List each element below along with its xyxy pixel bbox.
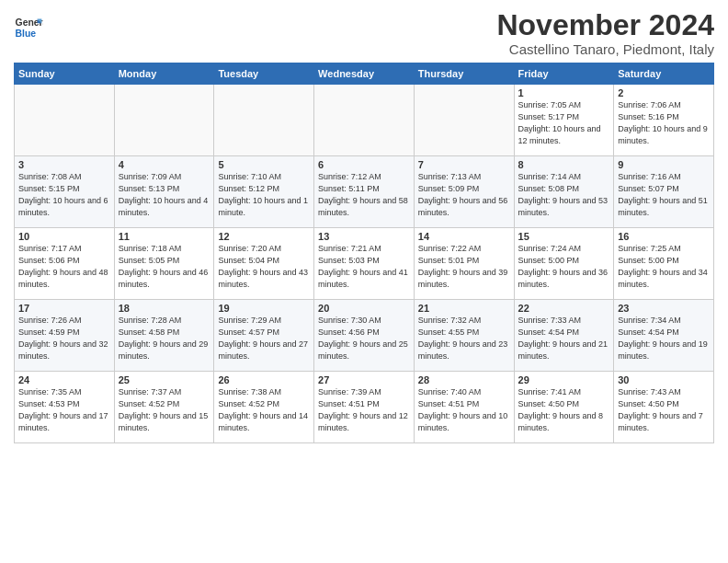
day-number: 13 [318,231,410,242]
day-number: 28 [418,374,510,385]
location-title: Castellino Tanaro, Piedmont, Italy [496,41,714,57]
day-info: Sunrise: 7:41 AM Sunset: 4:50 PM Dayligh… [518,386,610,434]
day-number: 19 [218,303,310,314]
title-block: November 2024 Castellino Tanaro, Piedmon… [496,9,714,57]
day-number: 10 [18,231,110,242]
day-info: Sunrise: 7:24 AM Sunset: 5:00 PM Dayligh… [518,243,610,291]
day-info: Sunrise: 7:16 AM Sunset: 5:07 PM Dayligh… [618,171,710,219]
table-row: 4Sunrise: 7:09 AM Sunset: 5:13 PM Daylig… [114,156,214,228]
table-row [314,85,415,156]
table-row: 20Sunrise: 7:30 AM Sunset: 4:56 PM Dayli… [314,300,415,372]
day-info: Sunrise: 7:13 AM Sunset: 5:09 PM Dayligh… [418,171,510,219]
day-number: 15 [518,231,610,242]
day-info: Sunrise: 7:34 AM Sunset: 4:54 PM Dayligh… [618,315,710,362]
table-row: 6Sunrise: 7:12 AM Sunset: 5:11 PM Daylig… [314,156,415,228]
calendar-week-row: 3Sunrise: 7:08 AM Sunset: 5:15 PM Daylig… [15,156,714,228]
table-row: 24Sunrise: 7:35 AM Sunset: 4:53 PM Dayli… [15,372,115,443]
day-info: Sunrise: 7:26 AM Sunset: 4:59 PM Dayligh… [18,315,110,362]
col-tuesday: Tuesday [214,63,314,85]
table-row: 11Sunrise: 7:18 AM Sunset: 5:05 PM Dayli… [114,228,214,300]
day-info: Sunrise: 7:14 AM Sunset: 5:08 PM Dayligh… [518,171,610,219]
day-info: Sunrise: 7:33 AM Sunset: 4:54 PM Dayligh… [518,315,610,362]
table-row: 3Sunrise: 7:08 AM Sunset: 5:15 PM Daylig… [15,156,115,228]
day-info: Sunrise: 7:28 AM Sunset: 4:58 PM Dayligh… [119,315,210,362]
day-number: 5 [218,159,310,170]
table-row: 16Sunrise: 7:25 AM Sunset: 5:00 PM Dayli… [614,228,714,300]
header: General Blue November 2024 Castellino Ta… [14,9,714,57]
day-info: Sunrise: 7:35 AM Sunset: 4:53 PM Dayligh… [18,386,110,434]
day-number: 16 [618,231,710,242]
day-info: Sunrise: 7:20 AM Sunset: 5:04 PM Dayligh… [218,243,310,291]
day-number: 26 [218,374,310,385]
table-row: 30Sunrise: 7:43 AM Sunset: 4:50 PM Dayli… [614,372,714,443]
day-number: 18 [119,303,210,314]
table-row: 23Sunrise: 7:34 AM Sunset: 4:54 PM Dayli… [614,300,714,372]
table-row: 9Sunrise: 7:16 AM Sunset: 5:07 PM Daylig… [614,156,714,228]
table-row: 27Sunrise: 7:39 AM Sunset: 4:51 PM Dayli… [314,372,415,443]
day-info: Sunrise: 7:39 AM Sunset: 4:51 PM Dayligh… [318,386,410,434]
table-row [15,85,115,156]
day-number: 21 [418,303,510,314]
day-number: 8 [518,159,610,170]
day-number: 29 [518,374,610,385]
day-number: 7 [418,159,510,170]
svg-text:Blue: Blue [16,29,37,39]
day-number: 27 [318,374,410,385]
col-friday: Friday [514,63,614,85]
day-number: 12 [218,231,310,242]
day-number: 30 [618,374,710,385]
table-row: 19Sunrise: 7:29 AM Sunset: 4:57 PM Dayli… [214,300,314,372]
day-info: Sunrise: 7:17 AM Sunset: 5:06 PM Dayligh… [18,243,110,291]
month-title: November 2024 [496,9,714,41]
day-number: 4 [119,159,210,170]
calendar-week-row: 17Sunrise: 7:26 AM Sunset: 4:59 PM Dayli… [15,300,714,372]
day-number: 23 [618,303,710,314]
table-row: 5Sunrise: 7:10 AM Sunset: 5:12 PM Daylig… [214,156,314,228]
day-number: 3 [18,159,110,170]
day-info: Sunrise: 7:25 AM Sunset: 5:00 PM Dayligh… [618,243,710,291]
table-row: 18Sunrise: 7:28 AM Sunset: 4:58 PM Dayli… [114,300,214,372]
day-number: 20 [318,303,410,314]
col-wednesday: Wednesday [314,63,415,85]
day-info: Sunrise: 7:37 AM Sunset: 4:52 PM Dayligh… [119,386,210,434]
table-row: 8Sunrise: 7:14 AM Sunset: 5:08 PM Daylig… [514,156,614,228]
logo: General Blue [14,13,43,42]
table-row: 13Sunrise: 7:21 AM Sunset: 5:03 PM Dayli… [314,228,415,300]
col-sunday: Sunday [15,63,115,85]
day-info: Sunrise: 7:06 AM Sunset: 5:16 PM Dayligh… [618,99,710,147]
day-info: Sunrise: 7:10 AM Sunset: 5:12 PM Dayligh… [218,171,310,219]
logo-icon: General Blue [14,13,43,42]
calendar-table: Sunday Monday Tuesday Wednesday Thursday… [14,63,714,443]
calendar-week-row: 10Sunrise: 7:17 AM Sunset: 5:06 PM Dayli… [15,228,714,300]
day-info: Sunrise: 7:08 AM Sunset: 5:15 PM Dayligh… [18,171,110,219]
day-info: Sunrise: 7:32 AM Sunset: 4:55 PM Dayligh… [418,315,510,362]
table-row: 7Sunrise: 7:13 AM Sunset: 5:09 PM Daylig… [414,156,514,228]
table-row: 21Sunrise: 7:32 AM Sunset: 4:55 PM Dayli… [414,300,514,372]
day-info: Sunrise: 7:18 AM Sunset: 5:05 PM Dayligh… [119,243,210,291]
calendar-header-row: Sunday Monday Tuesday Wednesday Thursday… [15,63,714,85]
calendar-week-row: 24Sunrise: 7:35 AM Sunset: 4:53 PM Dayli… [15,372,714,443]
day-info: Sunrise: 7:43 AM Sunset: 4:50 PM Dayligh… [618,386,710,434]
page-container: General Blue November 2024 Castellino Ta… [0,0,728,453]
day-number: 17 [18,303,110,314]
table-row: 1Sunrise: 7:05 AM Sunset: 5:17 PM Daylig… [514,85,614,156]
table-row: 15Sunrise: 7:24 AM Sunset: 5:00 PM Dayli… [514,228,614,300]
day-number: 22 [518,303,610,314]
day-number: 11 [119,231,210,242]
table-row [114,85,214,156]
day-number: 9 [618,159,710,170]
day-info: Sunrise: 7:09 AM Sunset: 5:13 PM Dayligh… [119,171,210,219]
table-row [414,85,514,156]
table-row: 14Sunrise: 7:22 AM Sunset: 5:01 PM Dayli… [414,228,514,300]
day-number: 1 [518,87,610,98]
calendar-week-row: 1Sunrise: 7:05 AM Sunset: 5:17 PM Daylig… [15,85,714,156]
day-info: Sunrise: 7:22 AM Sunset: 5:01 PM Dayligh… [418,243,510,291]
day-info: Sunrise: 7:38 AM Sunset: 4:52 PM Dayligh… [218,386,310,434]
table-row: 29Sunrise: 7:41 AM Sunset: 4:50 PM Dayli… [514,372,614,443]
day-number: 6 [318,159,410,170]
table-row: 2Sunrise: 7:06 AM Sunset: 5:16 PM Daylig… [614,85,714,156]
table-row: 10Sunrise: 7:17 AM Sunset: 5:06 PM Dayli… [15,228,115,300]
day-info: Sunrise: 7:30 AM Sunset: 4:56 PM Dayligh… [318,315,410,362]
table-row: 25Sunrise: 7:37 AM Sunset: 4:52 PM Dayli… [114,372,214,443]
day-info: Sunrise: 7:05 AM Sunset: 5:17 PM Dayligh… [518,99,610,147]
